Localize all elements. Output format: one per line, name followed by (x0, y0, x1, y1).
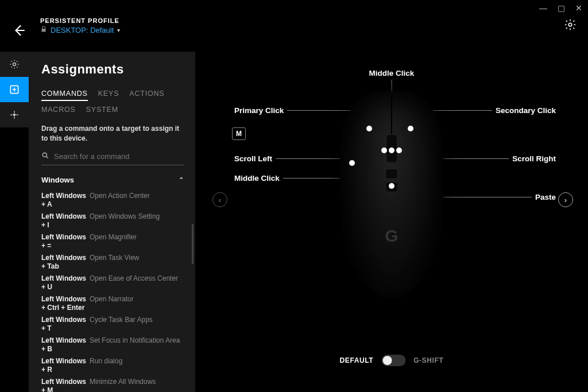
minimize-button[interactable]: — (539, 3, 547, 13)
hotspot-side[interactable] (349, 160, 355, 166)
rail-lighting[interactable] (0, 52, 29, 77)
label-scroll-right: Scroll Right (509, 154, 559, 163)
hotspot-dpi[interactable] (389, 183, 394, 189)
search-field[interactable] (41, 152, 184, 165)
label-scroll-left: Scroll Left (231, 154, 276, 163)
command-desc: Cycle Task Bar Apps (90, 316, 184, 333)
tab-macros[interactable]: MACROS (41, 106, 76, 116)
command-key: Left Windows + U (41, 274, 86, 292)
label-primary-click: Primary Click (231, 106, 287, 115)
tab-commands[interactable]: COMMANDS (41, 90, 88, 101)
command-key: Left Windows + Ctrl + Enter (41, 295, 86, 312)
command-row[interactable]: Left Windows + =Open Magnifier (41, 231, 184, 252)
command-row[interactable]: Left Windows + AOpen Action Center (41, 190, 184, 211)
command-desc: Open Action Center (90, 192, 184, 209)
search-icon (41, 152, 49, 161)
search-input[interactable] (54, 152, 184, 161)
close-button[interactable]: ✕ (575, 3, 582, 13)
rail-assignments[interactable] (0, 77, 29, 102)
command-row[interactable]: Left Windows + Ctrl + EnterOpen Narrator (41, 293, 184, 314)
tab-system[interactable]: SYSTEM (86, 106, 118, 116)
profile-selector[interactable]: DESKTOP: Default ▾ (40, 26, 120, 34)
command-row[interactable]: Left Windows + BSet Focus in Notificatio… (41, 335, 184, 355)
hint-text: Drag a command onto a target to assign i… (41, 124, 184, 143)
command-key: Left Windows + = (41, 233, 86, 250)
command-desc: Open Task View (90, 254, 184, 271)
tab-keys[interactable]: KEYS (98, 90, 119, 101)
command-key: Left Windows + A (41, 192, 86, 209)
hotspot-wheel[interactable] (389, 148, 394, 153)
scrollbar[interactable] (192, 224, 194, 264)
m-indicator: M (232, 127, 246, 140)
prev-view-button[interactable]: ‹ (212, 192, 227, 207)
mode-gshift-label: G-SHIFT (413, 356, 443, 364)
command-desc: Open Ease of Access Center (90, 274, 184, 292)
svg-point-1 (13, 63, 16, 66)
page-title: Assignments (41, 62, 184, 77)
command-row[interactable]: Left Windows + TCycle Task Bar Apps (41, 314, 184, 335)
chevron-up-icon: ⌃ (179, 176, 184, 184)
hotspot-scroll-l[interactable] (381, 148, 387, 153)
command-desc: Run dialog (90, 357, 184, 374)
mouse-diagram: G (340, 91, 443, 298)
command-key: Left Windows + Tab (41, 254, 86, 271)
command-key: Left Windows + R (41, 357, 86, 374)
command-desc: Open Magnifier (90, 233, 184, 250)
svg-point-3 (13, 114, 15, 115)
command-row[interactable]: Left Windows + TabOpen Task View (41, 252, 184, 273)
svg-point-4 (42, 153, 47, 157)
command-row[interactable]: Left Windows + IOpen Windows Setting (41, 211, 184, 231)
command-key: Left Windows + I (41, 212, 86, 230)
label-middle-click-side: Middle Click (231, 174, 283, 183)
maximize-button[interactable]: ▢ (558, 3, 565, 13)
label-secondary-click: Secondary Click (492, 106, 559, 115)
lock-icon (40, 26, 47, 34)
command-desc: Open Windows Setting (90, 212, 184, 230)
command-row[interactable]: Left Windows + RRun dialog (41, 355, 184, 376)
command-key: Left Windows + M (41, 378, 86, 392)
back-button[interactable] (11, 23, 26, 41)
chevron-down-icon: ▾ (117, 27, 120, 33)
command-desc: Minimize All Windows (90, 378, 184, 392)
label-middle-click-top: Middle Click (366, 69, 418, 77)
mode-default-label: DEFAULT (340, 356, 374, 364)
rail-sensitivity[interactable] (0, 102, 29, 127)
hotspot-secondary[interactable] (408, 126, 413, 131)
mode-toggle[interactable] (381, 355, 405, 366)
command-desc: Set Focus in Notification Area (90, 336, 184, 354)
label-paste: Paste (532, 193, 559, 201)
tab-actions[interactable]: ACTIONS (129, 90, 164, 101)
settings-button[interactable] (564, 18, 577, 34)
command-key: Left Windows + B (41, 336, 86, 354)
next-view-button[interactable]: › (558, 192, 573, 207)
profile-label: PERSISTENT PROFILE (40, 17, 120, 24)
command-row[interactable]: Left Windows + MMinimize All Windows (41, 376, 184, 392)
hotspot-primary[interactable] (366, 126, 372, 131)
command-desc: Open Narrator (90, 295, 184, 312)
brand-logo: G (385, 226, 398, 246)
command-row[interactable]: Left Windows + UOpen Ease of Access Cent… (41, 273, 184, 293)
category-windows[interactable]: Windows ⌃ (41, 176, 184, 184)
hotspot-scroll-r[interactable] (396, 148, 402, 153)
command-key: Left Windows + T (41, 316, 86, 333)
svg-point-0 (568, 23, 572, 26)
